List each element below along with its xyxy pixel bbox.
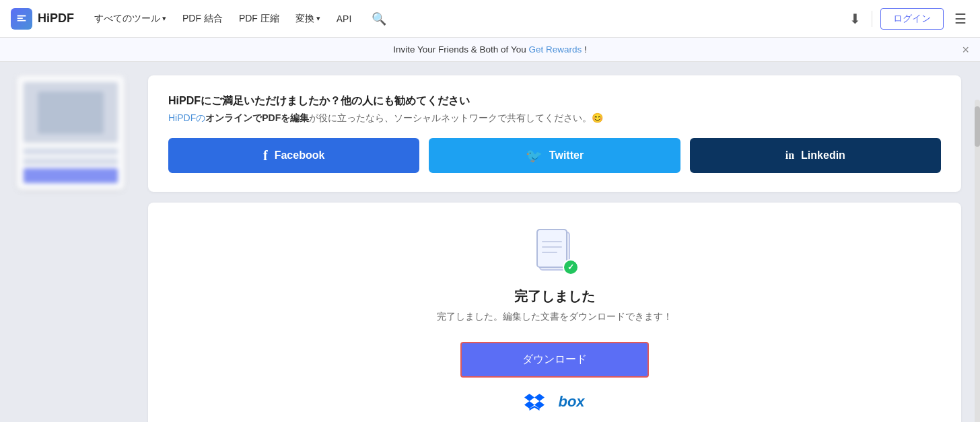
banner-rewards-link[interactable]: Get Rewards bbox=[528, 44, 582, 55]
logo[interactable]: HiPDF bbox=[11, 8, 74, 30]
sidebar bbox=[0, 62, 141, 422]
share-subtitle: HiPDFのオンラインでPDFを編集が役に立ったなら、ソーシャルネットワークで共… bbox=[168, 112, 941, 125]
logo-icon bbox=[11, 8, 32, 30]
share-card: HiPDFにご満足いただけましたか？他の人にも勧めてください HiPDFのオンラ… bbox=[148, 75, 961, 192]
facebook-icon: f bbox=[263, 148, 268, 164]
download-icon[interactable]: ⬇ bbox=[847, 8, 864, 30]
chevron-down-icon: ▾ bbox=[162, 14, 166, 23]
check-badge: ✓ bbox=[563, 259, 579, 275]
logo-text: HiPDF bbox=[38, 11, 74, 26]
scrollbar-track bbox=[975, 100, 980, 422]
content-area: HiPDFにご満足いただけましたか？他の人にも勧めてください HiPDFのオンラ… bbox=[141, 62, 975, 422]
preview-bar-2 bbox=[24, 158, 118, 165]
linkedin-icon: in bbox=[785, 149, 794, 162]
completion-title: 完了しました bbox=[514, 287, 595, 306]
preview-screen bbox=[24, 82, 118, 143]
preview-screen-inner bbox=[38, 92, 104, 134]
scrollbar-thumb[interactable] bbox=[975, 106, 980, 147]
login-button[interactable]: ログイン bbox=[880, 8, 944, 30]
linkedin-share-button[interactable]: in Linkedin bbox=[690, 138, 941, 173]
nav-api[interactable]: API bbox=[330, 9, 359, 28]
file-icon-wrapper: ✓ bbox=[533, 227, 576, 275]
svg-rect-1 bbox=[537, 230, 567, 267]
search-icon[interactable]: 🔍 bbox=[366, 9, 392, 29]
nav-pdf-merge[interactable]: PDF 結合 bbox=[176, 9, 230, 29]
scrollbar-area bbox=[975, 62, 980, 422]
nav-all-tools[interactable]: すべてのツール ▾ bbox=[88, 9, 173, 29]
cloud-icons: box bbox=[524, 392, 584, 411]
dropbox-icon[interactable] bbox=[524, 392, 545, 411]
preview-bar-1 bbox=[24, 148, 118, 155]
nav-links: すべてのツール ▾ PDF 結合 PDF 圧縮 変換 ▾ API 🔍 bbox=[88, 9, 847, 29]
chevron-down-icon: ▾ bbox=[316, 14, 320, 23]
menu-icon[interactable]: ☰ bbox=[952, 8, 969, 30]
facebook-share-button[interactable]: f Facebook bbox=[168, 138, 419, 173]
banner: Invite Your Friends & Both of You Get Re… bbox=[0, 38, 980, 62]
hipdf-link[interactable]: HiPDFのオンラインでPDFを編集 bbox=[168, 112, 309, 123]
completion-subtitle: 完了しました。編集した文書をダウンロードできます！ bbox=[437, 311, 672, 323]
nav-convert[interactable]: 変換 ▾ bbox=[289, 9, 327, 29]
download-button[interactable]: ダウンロード bbox=[460, 342, 649, 378]
banner-text: Invite Your Friends & Both of You Get Re… bbox=[393, 44, 586, 55]
preview-bar-blue bbox=[24, 168, 118, 183]
navbar-right: ⬇ ログイン ☰ bbox=[847, 8, 969, 30]
twitter-icon: 🐦 bbox=[526, 147, 542, 164]
banner-close-button[interactable]: × bbox=[962, 42, 969, 57]
sidebar-preview bbox=[17, 75, 125, 190]
twitter-share-button[interactable]: 🐦 Twitter bbox=[429, 138, 680, 173]
navbar: HiPDF すべてのツール ▾ PDF 結合 PDF 圧縮 変換 ▾ API 🔍… bbox=[0, 0, 980, 38]
box-logo[interactable]: box bbox=[558, 393, 584, 411]
nav-divider bbox=[872, 11, 872, 27]
share-title: HiPDFにご満足いただけましたか？他の人にも勧めてください bbox=[168, 94, 941, 108]
share-buttons: f Facebook 🐦 Twitter in Linkedin bbox=[168, 138, 941, 173]
completion-card: ✓ 完了しました 完了しました。編集した文書をダウンロードできます！ ダウンロー… bbox=[148, 203, 961, 422]
nav-pdf-compress[interactable]: PDF 圧縮 bbox=[232, 9, 286, 29]
main-layout: HiPDFにご満足いただけましたか？他の人にも勧めてください HiPDFのオンラ… bbox=[0, 62, 980, 422]
